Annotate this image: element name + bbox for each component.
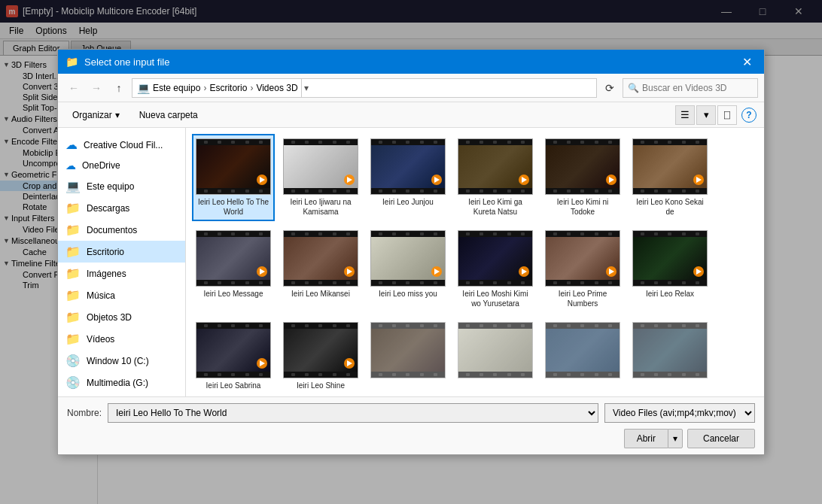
view-dropdown-button[interactable]: ▾ [696, 105, 716, 125]
left-panel-item-documentos[interactable]: 📁 Documentos [58, 219, 185, 241]
dialog-title-bar: 📁 Select one input file ✕ [58, 50, 764, 74]
file-name-13: Ieiri Leo Shine [297, 381, 345, 390]
nueva-carpeta-button[interactable]: Nueva carpeta [131, 107, 206, 123]
file-item-6[interactable]: Ieiri Leo Message [192, 226, 275, 313]
film-strip-top [284, 323, 358, 329]
file-item-8[interactable]: Ieiri Leo miss you [367, 226, 449, 313]
play-button [431, 175, 442, 185]
file-item-9[interactable]: Ieiri Leo Moshi Kimi wo Yurusetara [454, 226, 537, 313]
play-button [606, 266, 616, 277]
organizar-button[interactable]: Organizar ▾ [65, 107, 126, 123]
film-strip-bottom [546, 280, 620, 286]
folder-icon: 📁 [65, 244, 81, 259]
filename-input[interactable]: Ieiri Leo Hello To The World [108, 403, 598, 423]
left-panel-item-videos[interactable]: 📁 Vídeos [58, 328, 185, 350]
film-strip-bottom [458, 280, 532, 286]
play-button [344, 175, 355, 185]
film-strip-top [196, 139, 270, 145]
file-item-16[interactable] [541, 317, 624, 395]
play-button [431, 266, 442, 277]
file-item-1[interactable]: Ieiri Leo Ijiwaru na Kamisama [279, 134, 362, 221]
refresh-button[interactable]: ⟳ [600, 78, 620, 98]
view-split-button[interactable]: ⎕ [717, 105, 737, 125]
left-panel-item-objetos3d[interactable]: 📁 Objetos 3D [58, 306, 185, 328]
left-panel-item-imagenes[interactable]: 📁 Imágenes [58, 263, 185, 284]
play-button [257, 266, 267, 277]
left-panel-item-drive-c[interactable]: 💿 Window 10 (C:) [58, 350, 185, 372]
help-button[interactable]: ? [741, 108, 757, 123]
dialog-actions: Abrir ▾ Cancelar [67, 429, 755, 448]
file-item-7[interactable]: Ieiri Leo Mikansei [279, 226, 362, 313]
folder-icon: 📁 [65, 266, 81, 281]
file-name-0: Ieiri Leo Hello To The World [196, 197, 270, 217]
file-item-0[interactable]: Ieiri Leo Hello To The World [192, 134, 275, 221]
nav-up-button[interactable]: ↑ [109, 78, 129, 98]
file-dialog: 📁 Select one input file ✕ ← → ↑ 💻 Este e… [57, 49, 765, 455]
file-item-2[interactable]: Ieiri Leo Junjou [367, 134, 449, 221]
left-panel-item-descargas[interactable]: 📁 Descargas [58, 197, 185, 219]
search-input[interactable] [642, 83, 755, 93]
thumbnail-7 [283, 230, 358, 287]
left-panel-item-este-equipo[interactable]: 💻 Este equipo [58, 175, 185, 197]
este-equipo-label: Este equipo [87, 181, 134, 192]
file-item-15[interactable] [454, 317, 537, 395]
thumbnail-8 [370, 230, 446, 287]
dialog-overlay: 📁 Select one input file ✕ ← → ↑ 💻 Este e… [0, 0, 822, 504]
thumbnail-15 [458, 322, 533, 378]
file-name-6: Ieiri Leo Message [204, 289, 263, 299]
drive-icon: 💿 [65, 375, 81, 390]
cancel-button[interactable]: Cancelar [687, 429, 755, 448]
left-panel-item-escritorio[interactable]: 📁 Escritorio [58, 241, 185, 263]
left-panel-item-drive-g[interactable]: 💿 Multimedia (G:) [58, 372, 185, 393]
film-strip-bottom [371, 188, 445, 194]
file-item-3[interactable]: Ieiri Leo Kimi ga Kureta Natsu [454, 134, 537, 221]
dialog-bottom: Nombre: Ieiri Leo Hello To The World Vid… [58, 396, 764, 454]
film-strip-top [371, 139, 445, 145]
thumbnail-16 [545, 322, 620, 378]
breadcrumb-dropdown[interactable]: ▾ [301, 78, 312, 98]
breadcrumb-sep-2: › [250, 83, 253, 93]
file-item-4[interactable]: Ieiri Leo Kimi ni Todoke [541, 134, 624, 221]
computer-icon: 💻 [65, 179, 81, 193]
file-item-11[interactable]: Ieiri Leo Relax [629, 226, 711, 313]
file-item-10[interactable]: Ieiri Leo Prime Numbers [541, 226, 624, 313]
search-box[interactable]: 🔍 [623, 78, 758, 98]
dialog-body: ☁ Creative Cloud Fil... ☁ OneDrive 💻 Est… [58, 128, 764, 396]
file-name-7: Ieiri Leo Mikansei [291, 289, 350, 299]
nav-forward-button[interactable]: → [87, 78, 106, 98]
file-item-12[interactable]: Ieiri Leo Sabrina [192, 317, 275, 395]
file-grid: Ieiri Leo Hello To The World [192, 134, 758, 395]
file-name-10: Ieiri Leo Prime Numbers [546, 289, 620, 308]
file-item-5[interactable]: Ieiri Leo Kono Sekai de [629, 134, 711, 221]
organizar-label: Organizar [72, 110, 112, 120]
file-area: Ieiri Leo Hello To The World [186, 128, 764, 396]
left-panel-item-musica[interactable]: 📁 Música [58, 284, 185, 306]
file-item-17[interactable] [629, 317, 711, 395]
breadcrumb-bar[interactable]: 💻 Este equipo › Escritorio › Videos 3D ▾ [132, 78, 597, 98]
open-button[interactable]: Abrir [624, 429, 668, 448]
filetype-select[interactable]: Video Files (avi;mp4;mkv;mov) All Files … [604, 403, 755, 423]
film-strip-top [284, 231, 358, 237]
open-dropdown-button[interactable]: ▾ [668, 429, 683, 448]
drive-c-label: Window 10 (C:) [87, 356, 149, 366]
file-item-13[interactable]: Ieiri Leo Shine [279, 317, 362, 395]
nav-back-button[interactable]: ← [64, 78, 84, 98]
dialog-close-button[interactable]: ✕ [737, 52, 757, 71]
thumbnail-9 [458, 230, 533, 287]
film-strip-bottom [371, 280, 445, 286]
film-strip-top [546, 231, 620, 237]
thumbnail-2 [370, 138, 446, 195]
file-name-11: Ieiri Leo Relax [646, 289, 694, 299]
folder-icon: 📁 [65, 332, 81, 346]
thumbnail-12 [196, 322, 271, 378]
onedrive-label: OneDrive [82, 160, 120, 171]
view-controls: ☰ ▾ ⎕ ? [675, 105, 757, 125]
view-icons-button[interactable]: ☰ [675, 105, 695, 125]
left-panel-item-onedrive[interactable]: ☁ OneDrive [58, 156, 185, 175]
thumbnail-5 [632, 138, 708, 195]
file-item-14[interactable] [367, 317, 449, 395]
play-button [344, 266, 355, 277]
film-strip-top [196, 323, 270, 329]
thumbnail-10 [545, 230, 620, 287]
left-panel-item-creative-cloud[interactable]: ☁ Creative Cloud Fil... [58, 134, 185, 156]
